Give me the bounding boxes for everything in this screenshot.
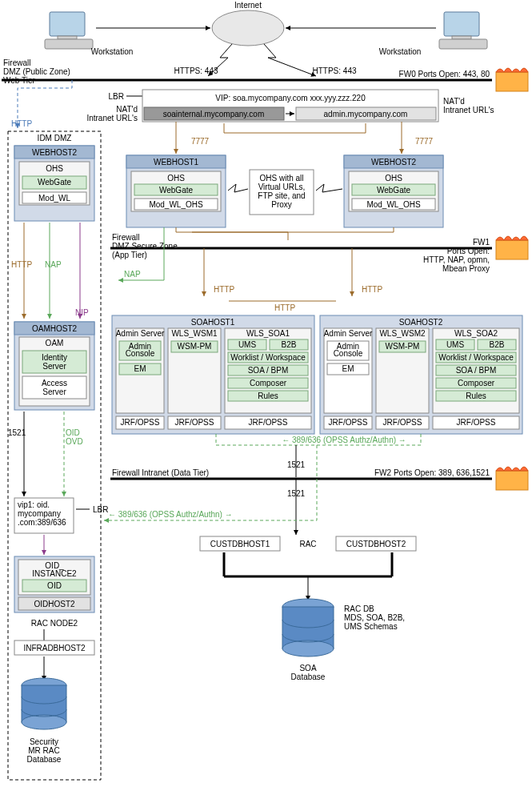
webhost1-gate: WebGate — [159, 186, 193, 195]
soahost1-ac: AdminConsole — [126, 342, 155, 358]
soahost2-jrf1: JRF/OPSS — [329, 418, 368, 427]
firewall-1-icon — [496, 236, 528, 259]
soahost2-ac: AdminConsole — [334, 342, 363, 358]
firewall-2-icon — [496, 467, 528, 490]
webhost2-title: WEBHOST2 — [371, 158, 417, 167]
soahost2-soa: WLS_SOA2 — [454, 329, 498, 338]
svg-rect-2 — [45, 39, 93, 49]
webhost2-idm-box: WEBHOST2 OHS WebGate Mod_WL — [14, 146, 94, 221]
oid-instance2-box: OID_INSTANCE2 OID OIDHOST2 — [14, 556, 94, 612]
fw2-left-label: Firewall Intranet (Data Tier) — [112, 468, 209, 477]
workstation-right-icon — [439, 12, 487, 49]
soahost2-title: SOAHOST2 — [399, 318, 443, 327]
webhost2-idm-ohs: OHS — [46, 164, 63, 173]
vip-right-text: admin.mycompany.com — [324, 110, 408, 118]
soahost1-rules: Rules — [258, 391, 278, 400]
rac-db-label: RAC DBMDS, SOA, B2B,UMS Schemas — [344, 604, 405, 631]
svg-rect-6 — [496, 72, 528, 91]
webhost2-mod: Mod_WL_OHS — [366, 200, 421, 209]
https-label-l: HTTPS: 443 — [174, 66, 218, 75]
architecture-diagram: Internet Workstation Workstation HTTPS: … — [0, 0, 532, 787]
firewall-0-icon — [496, 68, 528, 91]
soa-db-label: SOADatabase — [291, 664, 326, 681]
workstation-right-label: Workstation — [379, 47, 422, 56]
fw1-right-label: FW1Ports Open:HTTP, NAP, opmn,Mbean Prox… — [423, 238, 490, 273]
security-db-icon — [22, 678, 66, 729]
soahost2-box: SOAHOST2 Admin Server AdminConsole EM JR… — [320, 315, 522, 434]
soahost1-soa: WLS_SOA1 — [246, 329, 290, 338]
internet-label: Internet — [234, 1, 262, 10]
soahost1-em: EM — [134, 364, 146, 373]
oamhost2-oam: OAM — [46, 339, 64, 347]
soahost1-jrf2: JRF/OPSS — [175, 418, 214, 427]
soahost2-rules: Rules — [466, 391, 486, 400]
nap-left-label: NAP — [45, 260, 62, 269]
http-mid: HTTP — [274, 303, 295, 312]
fw2-right-label: FW2 Ports Open: 389, 636,1521 — [374, 468, 490, 477]
webhost2-idm-title: WEBHOST2 — [32, 148, 78, 157]
oidovd-label: OIDOVD — [66, 428, 83, 446]
vip-left-text: soainternal.mycompany.com — [163, 110, 265, 118]
webhost1-mod: Mod_WL_OHS — [149, 200, 203, 209]
svg-point-70 — [282, 640, 334, 657]
http-a: HTTP — [214, 285, 234, 294]
svg-rect-3 — [444, 12, 479, 36]
port-7777-a: 7777 — [191, 137, 210, 146]
soahost1-jrf1: JRF/OPSS — [121, 418, 160, 427]
oamhost2-acc: AccessServer — [42, 379, 67, 396]
svg-rect-4 — [452, 36, 471, 39]
nip-label: NIP — [75, 308, 89, 317]
soahost2-b2b: B2B — [490, 340, 505, 349]
natd-left-label: NAT'dIntranet URL's — [86, 105, 138, 122]
http-dashed-label: HTTP — [11, 119, 32, 128]
rac-node2-label: RAC NODE2 — [31, 619, 78, 628]
security-db-label: SecurityMR RACDatabase — [27, 737, 62, 764]
oid-instance2-oid: OID — [47, 581, 62, 590]
lbr-label: LBR — [109, 92, 124, 101]
soahost2-jrf3: JRF/OPSS — [457, 418, 496, 427]
soahost1-comp: Composer — [250, 379, 287, 387]
nap-label: NAP — [124, 270, 141, 279]
https-label-r: HTTPS: 443 — [312, 66, 356, 75]
soahost2-wsmpm: WSM-PM — [386, 342, 420, 351]
soahost1-wsm: WLS_WSM1 — [171, 329, 218, 338]
svg-rect-22 — [496, 240, 528, 259]
natd-right-label: NAT'dIntranet URL's — [443, 97, 494, 114]
webhost2-ohs: OHS — [385, 174, 402, 183]
soahost1-wl: Worklist / Workspace — [230, 353, 306, 362]
p1521-mid-label: 1521 — [287, 460, 306, 469]
soahost2-adminserver: Admin Server — [324, 329, 373, 338]
svg-rect-60 — [496, 471, 528, 490]
fw1-left-label: FirewallDMZ Secure Zone(App Tier) — [112, 233, 178, 259]
http-left-label: HTTP — [11, 260, 32, 269]
opss2-label: ← 389/636 (OPSS Authz/Authn) → — [108, 510, 233, 519]
custdbhost2-label: CUSTDBHOST2 — [346, 540, 406, 548]
rac-label: RAC — [299, 540, 316, 548]
fw0-right-label: FW0 Ports Open: 443, 80 — [399, 70, 490, 78]
internet-cloud-icon — [212, 10, 284, 46]
soahost2-ums: UMS — [446, 340, 465, 349]
webhost1-title: WEBHOST1 — [154, 158, 199, 167]
soahost2-soabpm: SOA / BPM — [456, 366, 497, 375]
https-arrow-r — [264, 44, 316, 76]
workstation-left-label: Workstation — [91, 47, 134, 56]
p1521-left-label: 1521 — [8, 428, 26, 437]
soahost1-title: SOAHOST1 — [191, 318, 235, 327]
p1521-down-label: 1521 — [287, 489, 306, 498]
lbr2-label: LBR — [93, 505, 108, 514]
zigzag-r — [316, 184, 342, 192]
custdbhost1-label: CUSTDBHOST1 — [210, 540, 270, 548]
zigzag-l — [228, 184, 248, 192]
svg-point-67 — [22, 715, 66, 729]
svg-rect-0 — [50, 12, 85, 36]
soahost1-adminserver: Admin Server — [116, 329, 165, 338]
port-7777-b: 7777 — [415, 137, 434, 146]
soahost2-jrf2: JRF/OPSS — [383, 418, 422, 427]
svg-rect-1 — [58, 36, 77, 39]
oamhost2-id: IdentityServer — [42, 353, 67, 371]
webhost2-idm-mod: Mod_WL — [38, 194, 70, 203]
soahost2-comp: Composer — [458, 379, 495, 387]
opss-label: ← 389/636 (OPSS Authz/Authn) → — [282, 436, 406, 444]
soahost1-ums: UMS — [238, 340, 257, 349]
soa-db-icon — [282, 599, 334, 657]
